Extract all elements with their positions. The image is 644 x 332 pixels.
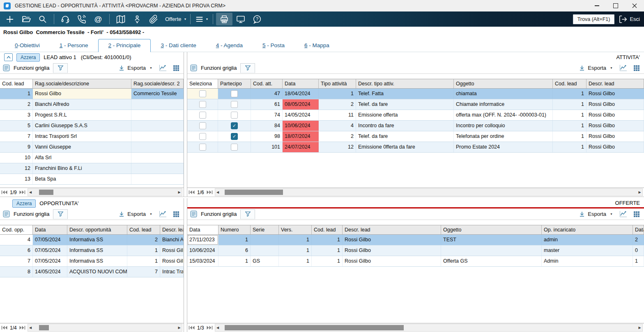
horizontal-scrollbar[interactable]: ◀ ▶ xyxy=(28,324,182,332)
chart-icon[interactable] xyxy=(619,211,627,218)
grid-view-icon[interactable] xyxy=(173,211,179,217)
grid-row[interactable]: 407/05/2024Informativa SS2Bianchi Alfred… xyxy=(0,235,184,245)
funzioni-griglia-label[interactable]: Funzioni griglia xyxy=(201,211,237,217)
grid-cell[interactable]: 10/06/2024 xyxy=(283,121,319,131)
grid-cell[interactable]: Alfa Srl xyxy=(33,153,131,163)
grid-cell[interactable]: 07/05/2024 xyxy=(33,235,67,245)
grid-row[interactable]: 3Progest S.R.L xyxy=(0,110,184,121)
scroll-right-icon[interactable]: ▶ xyxy=(637,191,642,194)
phone-button[interactable] xyxy=(74,13,90,25)
help-button[interactable]: ? xyxy=(249,13,265,25)
search-button[interactable] xyxy=(34,13,51,25)
funzioni-griglia-label[interactable]: Funzioni griglia xyxy=(14,65,49,71)
grid-cell[interactable]: GS xyxy=(251,256,279,266)
grid-cell[interactable] xyxy=(187,110,218,120)
column-header[interactable]: Cod. lead xyxy=(0,79,33,88)
grid-cell[interactable]: offerta max (OFF. N. 2024- -000003-01) xyxy=(454,110,553,120)
grid-cell[interactable]: Rossi Gilbo xyxy=(343,245,441,256)
grid-row[interactable]: 27/11/2023111Rossi GilboTESTadmin2 xyxy=(187,235,644,245)
chart-icon[interactable] xyxy=(159,65,167,71)
column-header[interactable]: Vers. xyxy=(279,225,312,234)
grid-cell[interactable]: ACQUISTO NUOVI COMPO... xyxy=(67,267,127,277)
tab-obiettivi[interactable]: 0-Obiettivi xyxy=(5,39,50,52)
grid-cell[interactable]: 5 xyxy=(0,121,33,131)
grid-cell[interactable]: 1 xyxy=(218,235,251,245)
scroll-right-icon[interactable]: ▶ xyxy=(637,326,642,330)
checkbox-unchecked-icon[interactable] xyxy=(199,90,206,97)
grid-row[interactable]: 4718/04/20241Telef. Fattachiamata1Rossi … xyxy=(187,89,644,99)
grid-cell[interactable]: Promo Estate 2024 xyxy=(454,142,553,152)
column-header[interactable]: Data xyxy=(187,225,218,234)
grid-cell[interactable]: 18/04/2024 xyxy=(283,89,319,99)
grid-cell[interactable]: 14/05/2024 xyxy=(283,110,319,120)
grid-cell[interactable]: Rossi Gilbo xyxy=(586,110,644,120)
grid-cell[interactable]: 2 xyxy=(319,131,356,142)
grid-cell[interactable]: 1 xyxy=(279,235,312,245)
grid-cell[interactable]: 27/11/2023 xyxy=(187,235,218,245)
column-header[interactable]: Tipo attività xyxy=(319,79,356,88)
esporta-button[interactable]: Esporta ▼ xyxy=(579,211,613,218)
grid-cell[interactable] xyxy=(131,142,184,152)
grid-cell[interactable]: Offerta GS xyxy=(441,256,542,266)
grid-cell[interactable]: Intrac Trasporti Srl xyxy=(160,267,184,277)
grid-view-icon[interactable] xyxy=(634,211,639,217)
grid-cell[interactable]: Telef. Fatta xyxy=(356,89,454,99)
grid-cell[interactable]: TEST xyxy=(441,235,542,245)
grid-cell[interactable]: 1 xyxy=(553,121,586,131)
grid-cell[interactable] xyxy=(251,235,279,245)
grid-cell[interactable]: 2 xyxy=(0,99,33,110)
grid-cell[interactable]: 15/03/2024 xyxy=(187,256,218,266)
last-page-icon[interactable] xyxy=(19,326,25,330)
grid-cell[interactable]: 61 xyxy=(251,99,283,110)
grid-cell[interactable]: Rossi Gilbo xyxy=(343,256,441,266)
filter-button[interactable] xyxy=(53,63,68,73)
grid-cell[interactable]: 07/05/2024 xyxy=(33,245,67,256)
funzioni-griglia-label[interactable]: Funzioni griglia xyxy=(201,65,237,71)
grid-cell[interactable]: 08/05/2024 xyxy=(283,99,319,110)
grid-cell[interactable]: 74 xyxy=(251,110,283,120)
grid-cell[interactable]: Rossi Gilbo xyxy=(586,89,644,99)
grid-row[interactable]: 15/03/20241GS11Rossi GilboOfferta GSAdmi… xyxy=(187,256,644,267)
checkbox-checked-icon[interactable]: ✓ xyxy=(231,133,238,140)
checkbox-unchecked-icon[interactable] xyxy=(199,101,206,108)
grid-cell[interactable]: Rossi Gilbo xyxy=(586,131,644,142)
tab-principale[interactable]: 2 - Principale xyxy=(98,39,151,52)
tab-persone[interactable]: 1 - Persone xyxy=(50,39,98,52)
grid-cell[interactable]: chiamata xyxy=(454,89,553,99)
grid-cell[interactable] xyxy=(218,110,251,120)
grid-cell[interactable] xyxy=(218,142,251,152)
first-page-icon[interactable] xyxy=(1,190,7,194)
grid-cell[interactable]: Telef. da fare xyxy=(356,99,454,110)
grid-cell[interactable]: 101 xyxy=(251,142,283,152)
grid-cell[interactable]: 6 xyxy=(0,245,33,256)
grid-cell[interactable]: Informativa SS xyxy=(67,235,127,245)
grid-cell[interactable]: Vanni Giuseppe xyxy=(33,142,131,152)
last-page-icon[interactable] xyxy=(207,190,213,194)
grid-row[interactable]: 707/05/2024Informativa SS1Rossi Gilbo xyxy=(0,256,184,267)
column-header[interactable]: Partecipo xyxy=(218,79,251,88)
column-header[interactable]: Cod. lead xyxy=(127,225,160,234)
grid-row[interactable]: 814/05/2024ACQUISTO NUOVI COMPO...7Intra… xyxy=(0,267,184,277)
grid-cell[interactable]: 13 xyxy=(0,174,33,184)
monitor-button[interactable] xyxy=(232,13,249,25)
column-header[interactable]: Rag.sociale/descrizione xyxy=(33,79,131,88)
grid-cell[interactable]: Incontro da fare xyxy=(356,121,454,131)
grid-cell[interactable]: admin xyxy=(542,235,633,245)
trova-button[interactable]: Trova (Alt+F1) xyxy=(573,14,615,24)
grid-cell[interactable]: 2 xyxy=(633,235,644,245)
first-page-icon[interactable] xyxy=(189,190,195,194)
grid-row[interactable]: 7Intrac Trasporti Srl xyxy=(0,131,184,142)
tab-posta[interactable]: 5 - Posta xyxy=(253,39,294,52)
column-header[interactable]: Descr. lead xyxy=(586,79,644,88)
grid-cell[interactable] xyxy=(131,174,184,184)
grid-row[interactable]: 6108/05/20242Telef. da fareChiamate info… xyxy=(187,99,644,110)
scrollbar-thumb[interactable] xyxy=(39,190,53,195)
grid-cell[interactable]: 1 xyxy=(127,256,160,266)
scroll-left-icon[interactable]: ◀ xyxy=(215,326,221,330)
grid-cell[interactable]: Beta Spa xyxy=(33,174,131,184)
maximize-button[interactable] xyxy=(606,0,625,11)
column-header[interactable]: Data xyxy=(633,225,644,234)
grid-cell[interactable]: 07/05/2024 xyxy=(33,256,67,266)
grid-cell[interactable]: 14/05/2024 xyxy=(33,267,67,277)
grid-row[interactable]: 10/06/2024611Rossi Gilbomaster0 xyxy=(187,245,644,256)
